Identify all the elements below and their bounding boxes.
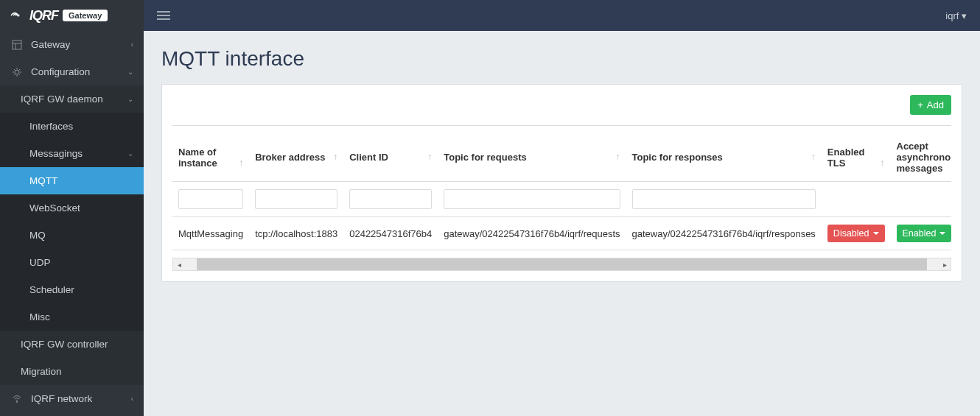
tls-toggle[interactable]: Disabled: [827, 225, 885, 242]
sidebar-item-label: UDP: [29, 257, 51, 268]
sort-icon: ↑: [811, 152, 816, 162]
caret-down-icon: [939, 232, 945, 235]
sidebar-item-configuration[interactable]: Configuration ⌄: [0, 58, 144, 85]
brand-logo[interactable]: IQRF Gateway: [0, 0, 144, 31]
chevron-down-icon: ⌄: [127, 68, 133, 76]
cell-client: 02422547316f76b4: [343, 217, 438, 250]
page-title: MQTT interface: [161, 47, 962, 71]
main-card: + Add Name of instance↑ Broker address↑ …: [161, 84, 962, 282]
sort-icon: ↑: [427, 152, 432, 162]
sidebar-nav: Gateway ‹ Configuration ⌄ IQRF GW daemon…: [0, 31, 144, 412]
scrollbar-track[interactable]: [197, 258, 927, 270]
sidebar-item-interfaces[interactable]: Interfaces: [0, 113, 144, 140]
sidebar-item-mq[interactable]: MQ: [0, 222, 144, 249]
chevron-down-icon: ⌄: [127, 95, 133, 103]
sidebar-item-migration[interactable]: Migration: [0, 358, 144, 385]
svg-rect-1: [13, 40, 21, 49]
chevron-down-icon: ⌄: [127, 149, 133, 158]
user-label: iqrf: [945, 10, 959, 21]
sidebar-item-label: WebSocket: [29, 202, 80, 214]
caret-down-icon: [873, 232, 879, 235]
sidebar-item-misc[interactable]: Misc: [0, 303, 144, 331]
sidebar-item-label: Scheduler: [29, 284, 74, 295]
col-async[interactable]: Accept asynchronous messages↑: [891, 133, 952, 182]
sidebar-item-label: IQRF GW daemon: [21, 94, 103, 105]
chevron-left-icon: ‹: [131, 40, 133, 49]
add-button-label: Add: [927, 99, 944, 110]
sort-icon: ↑: [239, 158, 243, 168]
wifi-logo-icon: [10, 10, 27, 21]
sidebar-item-label: Misc: [29, 311, 50, 322]
sidebar-item-scheduler[interactable]: Scheduler: [0, 276, 144, 303]
filter-client[interactable]: [349, 189, 432, 209]
user-menu[interactable]: iqrf ▾: [945, 10, 967, 21]
filter-resp[interactable]: [632, 189, 816, 209]
sort-icon: ↑: [881, 158, 885, 168]
sidebar-item-gateway[interactable]: Gateway ‹: [0, 31, 144, 58]
cell-broker: tcp://localhost:1883: [249, 217, 343, 250]
brand-name: IQRF: [29, 8, 58, 24]
sidebar-item-label: Configuration: [31, 66, 90, 77]
add-button[interactable]: + Add: [910, 95, 951, 115]
cell-name: MqttMessaging: [172, 217, 249, 250]
sidebar-item-label: Messagings: [29, 148, 83, 159]
sidebar-item-websocket[interactable]: WebSocket: [0, 194, 144, 222]
chevron-down-icon: ▾: [962, 10, 967, 21]
filter-broker[interactable]: [255, 189, 337, 209]
col-name[interactable]: Name of instance↑: [172, 133, 249, 182]
layout-icon: [10, 40, 24, 50]
horizontal-scrollbar[interactable]: ◂ ▸: [172, 258, 951, 271]
col-client[interactable]: Client ID↑: [343, 133, 438, 182]
async-toggle[interactable]: Enabled: [897, 225, 952, 242]
sidebar-item-label: IQRF GW controller: [21, 339, 108, 350]
sidebar-item-label: IQRF network: [31, 393, 92, 404]
sidebar-item-daemon[interactable]: IQRF GW daemon ⌄: [0, 85, 144, 113]
sidebar: IQRF Gateway Gateway ‹ Configuration ⌄ I…: [0, 0, 144, 416]
hamburger-icon[interactable]: [157, 10, 170, 21]
chevron-left-icon: ‹: [131, 395, 133, 403]
scroll-left-icon[interactable]: ◂: [173, 261, 185, 269]
sidebar-item-label: Interfaces: [29, 121, 73, 132]
wifi-icon: [10, 394, 24, 404]
cell-req: gateway/02422547316f76b4/iqrf/requests: [438, 217, 626, 250]
filter-req[interactable]: [444, 189, 620, 209]
brand-badge: Gateway: [63, 10, 108, 21]
sort-icon: ↑: [333, 152, 337, 162]
sidebar-item-udp[interactable]: UDP: [0, 249, 144, 276]
sidebar-item-mqtt[interactable]: MQTT: [0, 167, 144, 194]
filter-name[interactable]: [178, 189, 243, 209]
sidebar-item-controller[interactable]: IQRF GW controller: [0, 331, 144, 358]
mqtt-table: Name of instance↑ Broker address↑ Client…: [172, 133, 951, 250]
svg-point-0: [18, 15, 20, 17]
col-req[interactable]: Topic for requests↑: [438, 133, 626, 182]
sidebar-item-iqrf-network[interactable]: IQRF network ‹: [0, 385, 144, 412]
topbar: iqrf ▾: [144, 0, 980, 31]
svg-point-5: [16, 401, 18, 403]
col-broker[interactable]: Broker address↑: [249, 133, 343, 182]
table-row: MqttMessaging tcp://localhost:1883 02422…: [172, 217, 951, 250]
scroll-right-icon[interactable]: ▸: [939, 261, 951, 269]
svg-point-4: [15, 70, 19, 74]
sidebar-item-label: MQ: [29, 230, 46, 241]
plus-icon: +: [917, 99, 923, 110]
sidebar-item-label: MQTT: [29, 175, 57, 186]
col-resp[interactable]: Topic for responses↑: [626, 133, 822, 182]
sidebar-item-label: Gateway: [31, 39, 70, 50]
cell-resp: gateway/02422547316f76b4/iqrf/responses: [626, 217, 822, 250]
sort-icon: ↑: [616, 152, 620, 162]
sidebar-item-label: Migration: [21, 366, 62, 377]
gear-icon: [10, 67, 24, 77]
sidebar-item-messagings[interactable]: Messagings ⌄: [0, 140, 144, 167]
col-tls[interactable]: Enabled TLS↑: [822, 133, 891, 182]
